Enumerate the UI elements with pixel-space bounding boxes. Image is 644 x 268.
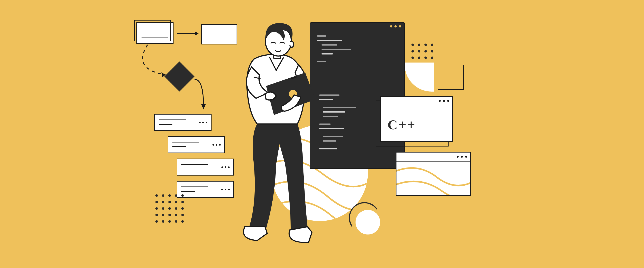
arrow-down-icon xyxy=(192,77,210,115)
window-controls-icon xyxy=(390,25,401,27)
list-card xyxy=(154,114,212,131)
svg-marker-1 xyxy=(201,104,206,109)
developer-illustration: C++ xyxy=(0,0,644,268)
angle-icon xyxy=(438,65,464,90)
dot-grid-icon xyxy=(156,194,184,223)
list-card xyxy=(168,136,225,153)
dot-grid-icon xyxy=(412,43,433,59)
cpp-label: C++ xyxy=(388,117,416,133)
pattern-card xyxy=(396,152,471,196)
quarter-circle-icon xyxy=(405,62,434,92)
developer-figure xyxy=(224,19,340,249)
flowchart-box xyxy=(136,22,174,44)
cpp-window: C++ xyxy=(380,96,453,142)
